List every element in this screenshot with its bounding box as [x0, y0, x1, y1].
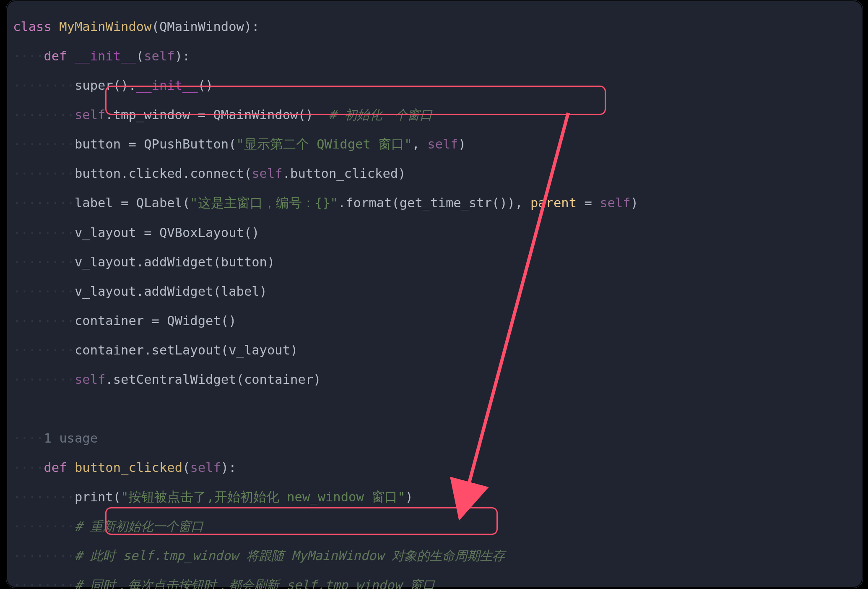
code-line[interactable]: button = QPushButton("显示第二个 QWidget 窗口",…: [13, 137, 638, 151]
code-line[interactable]: super().__init__(): [13, 78, 638, 93]
token-self: self: [75, 107, 105, 122]
usage-label: 1 usage: [44, 431, 98, 446]
comment-reinit: # 重新初始化一个窗口: [75, 519, 203, 534]
connect-call: button.clicked.connect(: [75, 166, 252, 181]
code-line[interactable]: v_layout.addWidget(button): [13, 255, 638, 269]
code-line[interactable]: v_layout.addWidget(label): [13, 284, 638, 299]
kw-def: def: [44, 49, 67, 63]
kwarg-parent: parent: [530, 195, 577, 210]
str-print1: "按钮被点击了,开始初始化 new_window 窗口": [121, 490, 405, 504]
code-line[interactable]: self.setCentralWidget(container): [13, 372, 638, 387]
code-line[interactable]: def button_clicked(self):: [13, 460, 638, 475]
code-line[interactable]: # 同时，每次点击按钮时，都会刷新 self.tmp_window 窗口: [13, 578, 638, 589]
addwidget-button: v_layout.addWidget(button): [75, 255, 275, 269]
code-line[interactable]: class MyMainWindow(QMainWindow):: [13, 19, 638, 34]
code-line[interactable]: container = QWidget(): [13, 313, 638, 328]
str-button: "显示第二个 QWidget 窗口": [236, 137, 412, 151]
class-name: MyMainWindow: [59, 19, 151, 34]
comment-refresh: # 同时，每次点击按钮时，都会刷新 self.tmp_window 窗口: [75, 578, 435, 589]
setlayout-call: container.setLayout(v_layout): [75, 343, 298, 357]
assign-tmp-window: .tmp_window =: [105, 107, 213, 122]
call-qmainwindow: QMainWindow(): [213, 107, 313, 122]
base-class: QMainWindow: [159, 19, 244, 34]
assign-button: button = QPushButton(: [75, 137, 236, 151]
kw-class: class: [13, 19, 52, 34]
code-line[interactable]: def __init__(self):: [13, 49, 638, 63]
setcentralwidget-call: .setCentralWidget(container): [105, 372, 321, 387]
code-line[interactable]: print("按钮被点击了,开始初始化 new_window 窗口"): [13, 490, 638, 504]
usage-hint[interactable]: 1 usage: [13, 431, 638, 446]
assign-vlayout: v_layout = QVBoxLayout(): [75, 225, 260, 240]
str-label: "这是主窗口，编号：{}": [190, 195, 338, 210]
code-line[interactable]: # 此时 self.tmp_window 将跟随 MyMainWindow 对象…: [13, 548, 638, 563]
method-init: __init__: [75, 49, 136, 63]
assign-container: container = QWidget(): [75, 313, 236, 328]
code-line[interactable]: [13, 401, 638, 416]
editor-frame: class MyMainWindow(QMainWindow): def __i…: [6, 0, 863, 588]
code-line[interactable]: # 重新初始化一个窗口: [13, 519, 638, 534]
self-param: self: [144, 49, 174, 63]
code-line[interactable]: label = QLabel("这是主窗口，编号：{}".format(get_…: [13, 195, 638, 210]
code-line[interactable]: button.clicked.connect(self.button_click…: [13, 166, 638, 181]
comment-init: # 初始化一个窗口: [329, 107, 432, 122]
comment-lifecycle: # 此时 self.tmp_window 将跟随 MyMainWindow 对象…: [75, 548, 505, 563]
code-line[interactable]: self.tmp_window = QMainWindow() # 初始化一个窗…: [13, 107, 638, 122]
code-line[interactable]: v_layout = QVBoxLayout(): [13, 225, 638, 240]
addwidget-label: v_layout.addWidget(label): [75, 284, 267, 299]
code-line[interactable]: container.setLayout(v_layout): [13, 343, 638, 357]
code-block[interactable]: class MyMainWindow(QMainWindow): def __i…: [13, 5, 638, 589]
method-button-clicked: button_clicked: [75, 460, 182, 475]
assign-label: label = QLabel(: [75, 195, 190, 210]
super-init: __init__: [136, 78, 198, 93]
